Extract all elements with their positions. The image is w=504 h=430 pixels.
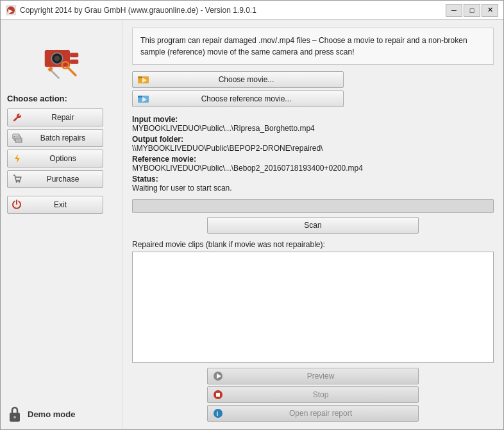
window-title: Copyright 2014 by Grau GmbH (www.grauonl…	[20, 6, 446, 15]
description-text: This program can repair damaged .mov/.mp…	[132, 28, 494, 65]
output-folder-value: \\MYBOOKLIVEDUO\Public\BEPOP2-DRONE\repa…	[132, 144, 494, 153]
input-movie-value: MYBOOKLIVEDUO\Public\...\Ripresa_Borghet…	[132, 124, 494, 133]
preview-icon	[213, 371, 223, 381]
status-label: Status:	[132, 175, 494, 184]
svg-point-7	[54, 56, 60, 62]
batch-repairs-button[interactable]: Batch repairs	[7, 129, 103, 147]
choose-reference-label: Choose reference movie...	[155, 94, 338, 103]
info-grid: Input movie: MYBOOKLIVEDUO\Public\...\Ri…	[132, 115, 494, 193]
demo-mode-label: Demo mode	[28, 409, 75, 419]
report-icon: i	[213, 408, 223, 418]
bottom-buttons: Preview Stop i	[132, 368, 494, 422]
content-area: Choose action: Repair	[1, 20, 503, 429]
preview-button-label: Preview	[228, 372, 413, 381]
svg-rect-14	[15, 138, 22, 142]
svg-text:▶: ▶	[8, 8, 13, 14]
input-movie-label: Input movie:	[132, 115, 494, 124]
purchase-button[interactable]: Purchase	[7, 170, 103, 188]
file-buttons: Choose movie... Choose reference movie..…	[132, 71, 494, 107]
svg-rect-4	[70, 53, 78, 57]
open-repair-report-label: Open repair report	[228, 409, 413, 418]
minimize-button[interactable]: ─	[446, 4, 462, 17]
open-repair-report-button[interactable]: i Open repair report	[207, 405, 419, 422]
progress-bar	[132, 199, 494, 213]
exit-button-label: Exit	[22, 200, 99, 209]
demo-mode-area: Demo mode	[7, 399, 115, 423]
folder-ref-icon	[138, 94, 149, 104]
svg-point-17	[19, 181, 21, 183]
stop-button[interactable]: Stop	[207, 386, 419, 403]
stop-button-label: Stop	[228, 390, 413, 399]
app-icon: ▶	[6, 5, 16, 15]
app-logo	[39, 36, 84, 81]
batch-icon	[12, 132, 23, 144]
batch-repairs-button-label: Batch repairs	[27, 133, 99, 142]
svg-rect-29	[216, 393, 220, 397]
power-icon	[12, 199, 22, 211]
options-button-label: Options	[27, 154, 99, 163]
choose-movie-label: Choose movie...	[155, 75, 338, 84]
close-button[interactable]: ✕	[482, 4, 498, 17]
svg-point-16	[16, 181, 18, 183]
cart-icon	[12, 173, 23, 185]
status-row: Status: Waiting for user to start scan.	[132, 175, 494, 193]
repair-button-label: Repair	[27, 113, 99, 122]
svg-marker-15	[15, 154, 20, 163]
svg-rect-5	[70, 60, 78, 64]
svg-text:i: i	[217, 410, 219, 417]
output-folder-row: Output folder: \\MYBOOKLIVEDUO\Public\BE…	[132, 135, 494, 153]
folder-movie-icon	[138, 74, 149, 85]
title-bar: ▶ Copyright 2014 by Grau GmbH (www.grauo…	[1, 1, 503, 20]
svg-line-10	[50, 70, 58, 78]
reference-movie-label: Reference movie:	[132, 155, 494, 164]
window-controls: ─ □ ✕	[446, 4, 498, 17]
repair-button[interactable]: Repair	[7, 108, 103, 126]
exit-button[interactable]: Exit	[7, 196, 103, 214]
lock-icon	[7, 405, 22, 423]
lightning-icon	[12, 153, 23, 164]
svg-point-19	[13, 416, 16, 418]
wrench-icon	[12, 112, 23, 123]
options-button[interactable]: Options	[7, 150, 103, 168]
svg-rect-24	[138, 96, 142, 98]
output-folder-label: Output folder:	[132, 135, 494, 144]
choose-movie-button[interactable]: Choose movie...	[132, 71, 344, 88]
repaired-clips-label: Repaired movie clips (blank if movie was…	[132, 240, 494, 249]
status-value: Waiting for user to start scan.	[132, 184, 494, 193]
logo-area	[7, 26, 115, 94]
main-panel: This program can repair damaged .mov/.mp…	[122, 20, 503, 429]
sidebar: Choose action: Repair	[1, 20, 122, 429]
reference-movie-row: Reference movie: MYBOOKLIVEDUO\Public\..…	[132, 155, 494, 173]
scan-btn-row: Scan	[132, 217, 494, 234]
scan-button[interactable]: Scan	[207, 217, 419, 234]
reference-movie-value: MYBOOKLIVEDUO\Public\...\Bebop2_20160718…	[132, 164, 494, 173]
stop-icon	[213, 390, 223, 400]
input-movie-row: Input movie: MYBOOKLIVEDUO\Public\...\Ri…	[132, 115, 494, 133]
choose-reference-button[interactable]: Choose reference movie...	[132, 90, 344, 107]
preview-button[interactable]: Preview	[207, 368, 419, 384]
purchase-button-label: Purchase	[27, 175, 99, 184]
main-window: ▶ Copyright 2014 by Grau GmbH (www.grauo…	[0, 0, 504, 430]
maximize-button[interactable]: □	[464, 4, 480, 17]
svg-rect-21	[138, 76, 142, 78]
repaired-clips-box	[132, 252, 494, 363]
choose-action-label: Choose action:	[7, 94, 115, 103]
